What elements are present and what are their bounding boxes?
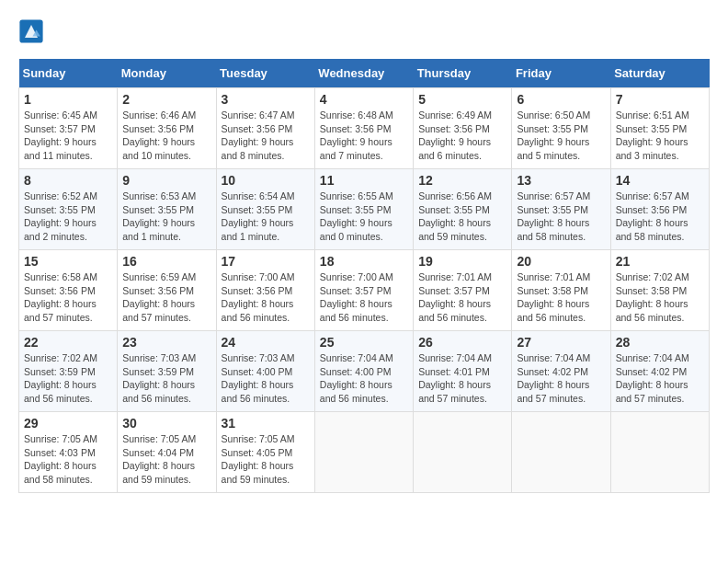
- cell-content: Sunrise: 7:04 AMSunset: 4:00 PMDaylight:…: [320, 351, 408, 406]
- calendar-cell: 2Sunrise: 6:46 AMSunset: 3:56 PMDaylight…: [118, 88, 216, 169]
- day-number: 25: [320, 335, 408, 350]
- day-number: 23: [122, 335, 210, 350]
- day-number: 30: [122, 416, 210, 431]
- cell-content: Sunrise: 6:57 AMSunset: 3:55 PMDaylight:…: [517, 190, 605, 244]
- cell-content: Sunrise: 7:05 AMSunset: 4:03 PMDaylight:…: [24, 432, 112, 487]
- cell-content: Sunrise: 7:00 AMSunset: 3:57 PMDaylight:…: [320, 270, 408, 325]
- calendar-cell: 29Sunrise: 7:05 AMSunset: 4:03 PMDayligh…: [19, 412, 118, 493]
- cell-content: Sunrise: 7:00 AMSunset: 3:56 PMDaylight:…: [222, 270, 310, 325]
- cell-content: Sunrise: 6:56 AMSunset: 3:55 PMDaylight:…: [418, 190, 506, 244]
- cell-content: Sunrise: 7:04 AMSunset: 4:02 PMDaylight:…: [616, 351, 704, 406]
- calendar-cell: 31Sunrise: 7:05 AMSunset: 4:05 PMDayligh…: [216, 412, 314, 493]
- calendar-cell: 20Sunrise: 7:01 AMSunset: 3:58 PMDayligh…: [512, 250, 610, 331]
- cell-content: Sunrise: 7:01 AMSunset: 3:58 PMDaylight:…: [517, 270, 605, 325]
- calendar-cell: 24Sunrise: 7:03 AMSunset: 4:00 PMDayligh…: [216, 331, 314, 412]
- day-number: 16: [122, 254, 210, 269]
- cell-content: Sunrise: 6:51 AMSunset: 3:55 PMDaylight:…: [616, 109, 704, 163]
- calendar-week-4: 22Sunrise: 7:02 AMSunset: 3:59 PMDayligh…: [19, 331, 710, 412]
- day-number: 26: [418, 335, 506, 350]
- cell-content: Sunrise: 7:03 AMSunset: 3:59 PMDaylight:…: [122, 351, 210, 406]
- calendar-cell: 8Sunrise: 6:52 AMSunset: 3:55 PMDaylight…: [19, 169, 118, 250]
- day-number: 7: [616, 92, 704, 107]
- cell-content: Sunrise: 6:59 AMSunset: 3:56 PMDaylight:…: [122, 270, 210, 325]
- day-number: 3: [222, 92, 310, 107]
- calendar-week-1: 1Sunrise: 6:45 AMSunset: 3:57 PMDaylight…: [19, 88, 710, 169]
- calendar-cell: 21Sunrise: 7:02 AMSunset: 3:58 PMDayligh…: [610, 250, 709, 331]
- calendar-cell: 3Sunrise: 6:47 AMSunset: 3:56 PMDaylight…: [216, 88, 314, 169]
- cell-content: Sunrise: 7:05 AMSunset: 4:05 PMDaylight:…: [222, 432, 310, 487]
- cell-content: Sunrise: 6:55 AMSunset: 3:55 PMDaylight:…: [320, 190, 408, 244]
- day-number: 12: [418, 173, 506, 188]
- cell-content: Sunrise: 6:57 AMSunset: 3:56 PMDaylight:…: [616, 190, 704, 244]
- day-number: 13: [517, 173, 605, 188]
- day-number: 2: [122, 92, 210, 107]
- calendar-cell: 7Sunrise: 6:51 AMSunset: 3:55 PMDaylight…: [610, 88, 709, 169]
- calendar-cell: 1Sunrise: 6:45 AMSunset: 3:57 PMDaylight…: [19, 88, 118, 169]
- calendar-cell: 17Sunrise: 7:00 AMSunset: 3:56 PMDayligh…: [216, 250, 314, 331]
- cell-content: Sunrise: 6:45 AMSunset: 3:57 PMDaylight:…: [24, 109, 112, 163]
- cell-content: Sunrise: 6:58 AMSunset: 3:56 PMDaylight:…: [24, 270, 112, 325]
- calendar-cell: 10Sunrise: 6:54 AMSunset: 3:55 PMDayligh…: [216, 169, 314, 250]
- calendar-cell: 11Sunrise: 6:55 AMSunset: 3:55 PMDayligh…: [314, 169, 413, 250]
- day-number: 6: [517, 92, 605, 107]
- calendar-cell: [314, 412, 413, 493]
- col-header-wednesday: Wednesday: [314, 59, 413, 88]
- calendar-cell: 30Sunrise: 7:05 AMSunset: 4:04 PMDayligh…: [118, 412, 216, 493]
- col-header-friday: Friday: [512, 59, 610, 88]
- calendar-cell: 5Sunrise: 6:49 AMSunset: 3:56 PMDaylight…: [414, 88, 512, 169]
- calendar-cell: 6Sunrise: 6:50 AMSunset: 3:55 PMDaylight…: [512, 88, 610, 169]
- calendar-cell: 19Sunrise: 7:01 AMSunset: 3:57 PMDayligh…: [414, 250, 512, 331]
- logo: [18, 18, 48, 44]
- col-header-saturday: Saturday: [610, 59, 709, 88]
- calendar-cell: 25Sunrise: 7:04 AMSunset: 4:00 PMDayligh…: [314, 331, 413, 412]
- calendar-cell: 28Sunrise: 7:04 AMSunset: 4:02 PMDayligh…: [610, 331, 709, 412]
- cell-content: Sunrise: 6:52 AMSunset: 3:55 PMDaylight:…: [24, 190, 112, 244]
- calendar-cell: 15Sunrise: 6:58 AMSunset: 3:56 PMDayligh…: [19, 250, 118, 331]
- cell-content: Sunrise: 7:05 AMSunset: 4:04 PMDaylight:…: [122, 432, 210, 487]
- day-number: 1: [24, 92, 112, 107]
- calendar-week-5: 29Sunrise: 7:05 AMSunset: 4:03 PMDayligh…: [19, 412, 710, 493]
- day-number: 17: [222, 254, 310, 269]
- calendar-cell: [414, 412, 512, 493]
- day-number: 5: [418, 92, 506, 107]
- calendar-cell: 14Sunrise: 6:57 AMSunset: 3:56 PMDayligh…: [610, 169, 709, 250]
- calendar-week-3: 15Sunrise: 6:58 AMSunset: 3:56 PMDayligh…: [19, 250, 710, 331]
- col-header-sunday: Sunday: [19, 59, 118, 88]
- cell-content: Sunrise: 6:53 AMSunset: 3:55 PMDaylight:…: [122, 190, 210, 244]
- day-number: 15: [24, 254, 112, 269]
- day-number: 19: [418, 254, 506, 269]
- day-number: 8: [24, 173, 112, 188]
- cell-content: Sunrise: 6:50 AMSunset: 3:55 PMDaylight:…: [517, 109, 605, 163]
- day-number: 14: [616, 173, 704, 188]
- cell-content: Sunrise: 6:48 AMSunset: 3:56 PMDaylight:…: [320, 109, 408, 163]
- day-number: 28: [616, 335, 704, 350]
- calendar-cell: 22Sunrise: 7:02 AMSunset: 3:59 PMDayligh…: [19, 331, 118, 412]
- calendar-cell: 16Sunrise: 6:59 AMSunset: 3:56 PMDayligh…: [118, 250, 216, 331]
- day-number: 31: [222, 416, 310, 431]
- day-number: 29: [24, 416, 112, 431]
- day-number: 10: [222, 173, 310, 188]
- page-header: [18, 18, 710, 44]
- col-header-thursday: Thursday: [414, 59, 512, 88]
- col-header-tuesday: Tuesday: [216, 59, 314, 88]
- calendar-cell: 13Sunrise: 6:57 AMSunset: 3:55 PMDayligh…: [512, 169, 610, 250]
- calendar-cell: 27Sunrise: 7:04 AMSunset: 4:02 PMDayligh…: [512, 331, 610, 412]
- day-number: 18: [320, 254, 408, 269]
- calendar-cell: [610, 412, 709, 493]
- calendar-table: SundayMondayTuesdayWednesdayThursdayFrid…: [18, 59, 710, 493]
- day-number: 24: [222, 335, 310, 350]
- day-number: 4: [320, 92, 408, 107]
- calendar-cell: 9Sunrise: 6:53 AMSunset: 3:55 PMDaylight…: [118, 169, 216, 250]
- cell-content: Sunrise: 6:49 AMSunset: 3:56 PMDaylight:…: [418, 109, 506, 163]
- calendar-cell: 26Sunrise: 7:04 AMSunset: 4:01 PMDayligh…: [414, 331, 512, 412]
- cell-content: Sunrise: 6:54 AMSunset: 3:55 PMDaylight:…: [222, 190, 310, 244]
- col-header-monday: Monday: [118, 59, 216, 88]
- day-number: 20: [517, 254, 605, 269]
- cell-content: Sunrise: 6:47 AMSunset: 3:56 PMDaylight:…: [222, 109, 310, 163]
- day-number: 21: [616, 254, 704, 269]
- day-number: 9: [122, 173, 210, 188]
- cell-content: Sunrise: 7:03 AMSunset: 4:00 PMDaylight:…: [222, 351, 310, 406]
- cell-content: Sunrise: 7:01 AMSunset: 3:57 PMDaylight:…: [418, 270, 506, 325]
- calendar-cell: 12Sunrise: 6:56 AMSunset: 3:55 PMDayligh…: [414, 169, 512, 250]
- calendar-week-2: 8Sunrise: 6:52 AMSunset: 3:55 PMDaylight…: [19, 169, 710, 250]
